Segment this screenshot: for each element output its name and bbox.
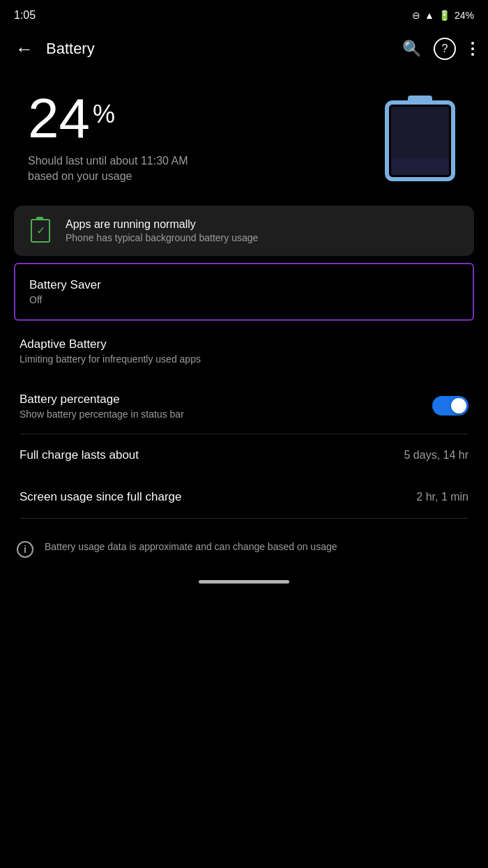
- battery-percent-sign: %: [93, 102, 115, 127]
- svg-rect-3: [391, 158, 449, 175]
- status-card-title: Apps are running normally: [66, 218, 258, 231]
- battery-saver-subtitle: Off: [29, 294, 459, 305]
- battery-check-icon-container: ✓: [28, 218, 53, 243]
- battery-graphic: [383, 92, 460, 183]
- battery-percentage-item[interactable]: Battery percentage Show battery percenta…: [0, 379, 488, 434]
- check-mark: ✓: [36, 224, 45, 237]
- screen-usage-item: Screen usage since full charge 2 hr, 1 m…: [0, 476, 488, 518]
- app-bar-actions: 🔍 ?: [402, 38, 477, 60]
- bottom-info-text: Battery usage data is approximate and ca…: [45, 540, 337, 554]
- bottom-info-section: i Battery usage data is approximate and …: [0, 526, 488, 572]
- svg-rect-1: [408, 96, 432, 104]
- home-indicator-bar: [199, 580, 289, 584]
- full-charge-value: 5 days, 14 hr: [404, 449, 469, 462]
- page-title: Battery: [46, 40, 394, 58]
- screen-usage-value: 2 hr, 1 min: [416, 491, 468, 503]
- battery-check-icon: ✓: [31, 219, 50, 243]
- screen-usage-text: Screen usage since full charge: [20, 490, 181, 504]
- status-card-subtitle: Phone has typical background battery usa…: [66, 232, 258, 243]
- settings-section: Battery Saver Off Adaptive Battery Limit…: [0, 263, 488, 519]
- divider-2: [20, 518, 468, 519]
- battery-percentage-subtitle: Show battery percentage in status bar: [20, 409, 184, 420]
- battery-percentage-text: Battery percentage Show battery percenta…: [20, 393, 184, 420]
- back-button[interactable]: ←: [11, 34, 38, 64]
- full-charge-label: Full charge lasts about: [20, 448, 139, 462]
- battery-saver-item[interactable]: Battery Saver Off: [14, 263, 474, 321]
- toggle-knob: [451, 398, 466, 413]
- screen-usage-label: Screen usage since full charge: [20, 490, 181, 504]
- home-indicator[interactable]: [0, 572, 488, 589]
- status-time: 1:05: [14, 9, 36, 22]
- battery-saver-title: Battery Saver: [29, 278, 459, 292]
- status-bar: 1:05 ⊖ ▲ 🔋 24%: [0, 0, 488, 28]
- adaptive-battery-text: Adaptive Battery Limiting battery for in…: [20, 337, 201, 365]
- battery-percent-block: 24 % Should last until about 11:30 AM ba…: [28, 91, 195, 185]
- battery-percent-number: 24: [28, 91, 90, 146]
- adaptive-battery-subtitle: Limiting battery for infrequently used a…: [20, 353, 201, 365]
- adaptive-battery-title: Adaptive Battery: [20, 337, 201, 351]
- battery-percentage-toggle[interactable]: [432, 396, 468, 416]
- battery-icon-container: [383, 92, 460, 183]
- battery-percentage-title: Battery percentage: [20, 393, 184, 406]
- more-options-button[interactable]: [468, 39, 477, 59]
- info-icon: i: [17, 541, 33, 558]
- full-charge-text: Full charge lasts about: [20, 448, 139, 462]
- help-icon[interactable]: ?: [434, 38, 456, 60]
- battery-status-card: ✓ Apps are running normally Phone has ty…: [14, 206, 474, 256]
- search-icon[interactable]: 🔍: [402, 40, 421, 58]
- battery-status-icon: 🔋: [439, 10, 450, 21]
- battery-estimate-text: Should last until about 11:30 AM based o…: [28, 153, 195, 185]
- battery-percent-status: 24%: [455, 10, 474, 21]
- app-bar: ← Battery 🔍 ?: [0, 28, 488, 70]
- adaptive-battery-item[interactable]: Adaptive Battery Limiting battery for in…: [0, 323, 488, 379]
- battery-saver-text: Battery Saver Off: [29, 278, 459, 305]
- battery-percent-display: 24 %: [28, 91, 195, 146]
- battery-hero-section: 24 % Should last until about 11:30 AM ba…: [0, 70, 488, 206]
- status-card-text: Apps are running normally Phone has typi…: [66, 218, 258, 243]
- status-icons: ⊖ ▲ 🔋 24%: [412, 10, 474, 21]
- do-not-disturb-icon: ⊖: [412, 10, 420, 21]
- full-charge-item: Full charge lasts about 5 days, 14 hr: [0, 434, 488, 476]
- wifi-icon: ▲: [425, 10, 434, 21]
